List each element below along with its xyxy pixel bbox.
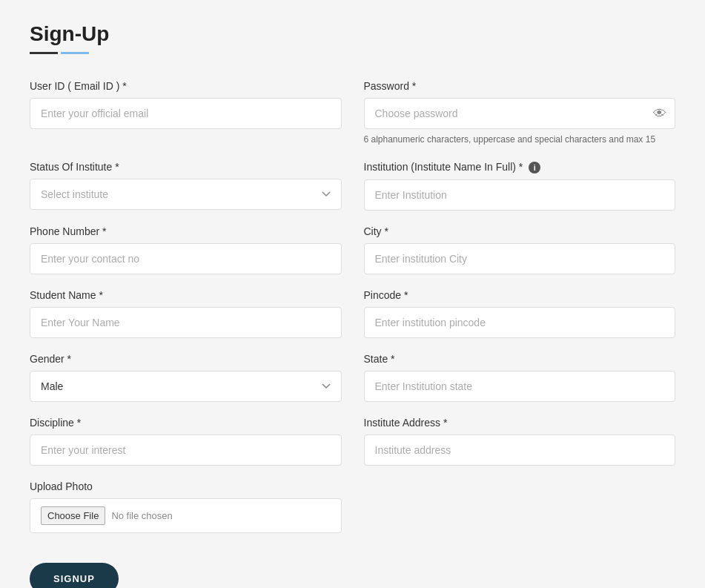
user-id-label: User ID ( Email ID ) * [30,80,342,92]
user-id-input[interactable] [30,98,342,129]
gender-group: Gender * Male Female Other [30,353,342,402]
user-id-group: User ID ( Email ID ) * [30,80,342,146]
empty-right [364,480,676,548]
state-group: State * [364,353,676,402]
upload-photo-label: Upload Photo [30,480,342,492]
institute-address-input[interactable] [364,435,676,466]
gender-label: Gender * [30,353,342,365]
institution-group: Institution (Institute Name In Full) * i [364,161,676,211]
file-name-display: No file chosen [111,510,172,521]
info-icon[interactable]: i [529,162,540,174]
signup-button[interactable]: SIGNUP [30,563,119,588]
phone-input[interactable] [30,243,342,274]
pincode-group: Pincode * [364,289,676,338]
signup-btn-container: SIGNUP [30,548,342,588]
password-hint: 6 alphanumeric characters, uppercase and… [364,133,676,146]
file-input-wrapper: Choose File No file chosen [41,506,331,525]
phone-label: Phone Number * [30,225,342,237]
pincode-input[interactable] [364,307,676,338]
phone-group: Phone Number * [30,225,342,274]
pincode-label: Pincode * [364,289,676,301]
page-title: Sign-Up [30,22,675,46]
eye-icon[interactable]: 👁 [653,106,666,122]
title-underline [30,52,675,54]
upload-area: Choose File No file chosen [30,498,342,533]
password-input[interactable] [364,98,676,129]
password-wrapper: 👁 [364,98,676,129]
city-input[interactable] [364,243,676,274]
password-label: Password * [364,80,676,92]
discipline-group: Discipline * [30,417,342,466]
state-label: State * [364,353,676,365]
institute-address-group: Institute Address * [364,417,676,466]
discipline-input[interactable] [30,435,342,466]
password-group: Password * 👁 6 alphanumeric characters, … [364,80,676,146]
choose-file-button[interactable]: Choose File [41,506,105,525]
student-name-group: Student Name * [30,289,342,338]
city-label: City * [364,225,676,237]
institution-label: Institution (Institute Name In Full) * i [364,161,676,174]
student-name-label: Student Name * [30,289,342,301]
institution-input[interactable] [364,179,676,211]
city-group: City * [364,225,676,274]
discipline-label: Discipline * [30,417,342,429]
state-input[interactable] [364,371,676,402]
status-group: Status Of Institute * Select institute A… [30,161,342,211]
status-label: Status Of Institute * [30,161,342,173]
underline-light [61,52,89,54]
upload-photo-group: Upload Photo Choose File No file chosen [30,480,342,533]
underline-dark [30,52,58,54]
institute-address-label: Institute Address * [364,417,676,429]
gender-select[interactable]: Male Female Other [30,371,342,402]
status-select[interactable]: Select institute Active Inactive [30,179,342,210]
signup-form: User ID ( Email ID ) * Password * 👁 6 al… [30,80,675,588]
student-name-input[interactable] [30,307,342,338]
